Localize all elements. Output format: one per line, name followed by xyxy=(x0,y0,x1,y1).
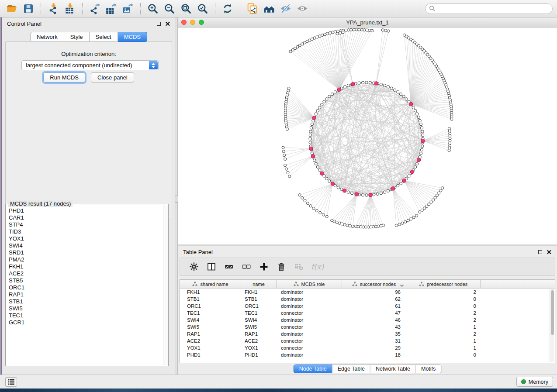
function-builder-button[interactable]: f(x) xyxy=(311,262,324,271)
column-header-name[interactable]: name xyxy=(241,280,277,288)
hide-selected-button[interactable] xyxy=(277,1,294,16)
first-neighbors-icon xyxy=(263,3,275,14)
list-item[interactable]: SWI5 xyxy=(9,305,168,312)
control-panel-tabs: NetworkStyleSelectMCDS xyxy=(30,32,147,42)
zoom-selected-button[interactable] xyxy=(194,1,211,16)
list-item[interactable]: STB5 xyxy=(9,277,168,284)
float-panel-icon[interactable] xyxy=(157,22,161,26)
column-header-predecessor-nodes[interactable]: predecessor nodes xyxy=(406,280,481,288)
close-panel-icon[interactable]: ✕ xyxy=(546,250,552,254)
import-table-button[interactable] xyxy=(62,1,78,16)
sort-chevron-icon xyxy=(400,285,404,287)
trash-button[interactable] xyxy=(276,261,287,272)
export-network-icon xyxy=(89,3,100,14)
zoom-fit-button[interactable] xyxy=(178,1,194,16)
zoom-out-button[interactable] xyxy=(161,1,178,16)
deselect-all-button[interactable] xyxy=(241,261,252,272)
export-table-button[interactable] xyxy=(103,1,120,16)
columns-button[interactable] xyxy=(206,261,217,272)
tab-select[interactable]: Select xyxy=(90,32,118,42)
tab-network[interactable]: Network xyxy=(30,32,64,42)
optimization-criterion-select[interactable]: largest connected component (undirected) xyxy=(21,60,159,70)
column-namespace-icon xyxy=(192,282,197,286)
run-mcds-button[interactable]: Run MCDS xyxy=(43,72,85,83)
table-row[interactable]: ORC1 ORC1 dominator 61 0 xyxy=(180,303,555,309)
table-row[interactable]: STB1 STB1 dominator 62 0 xyxy=(180,296,555,303)
save-button[interactable] xyxy=(20,1,37,16)
import-network-button[interactable] xyxy=(45,1,62,16)
search-input[interactable] xyxy=(436,5,549,12)
list-item[interactable]: GCR1 xyxy=(9,319,168,326)
list-item[interactable]: SRD1 xyxy=(9,249,168,256)
table-row[interactable]: YOX1 YOX1 connector 29 1 xyxy=(180,344,555,351)
list-item[interactable]: PHD1 xyxy=(9,207,168,214)
refresh-button[interactable] xyxy=(219,1,236,16)
list-item[interactable]: PMA2 xyxy=(9,256,168,263)
tab-edge-table[interactable]: Edge Table xyxy=(332,364,370,373)
tab-network-table[interactable]: Network Table xyxy=(370,364,416,373)
list-item[interactable]: FKH1 xyxy=(9,263,168,270)
column-header-successor-nodes[interactable]: successor nodes xyxy=(342,280,406,288)
control-panel: Control Panel ✕ NetworkStyleSelectMCDS O… xyxy=(2,17,176,375)
gear-icon xyxy=(189,262,199,272)
list-item[interactable]: CAR1 xyxy=(9,214,168,221)
export-network-button[interactable] xyxy=(86,1,103,16)
list-item[interactable]: ORC1 xyxy=(9,284,168,291)
search-field[interactable] xyxy=(425,3,553,14)
select-all-button[interactable] xyxy=(224,261,234,272)
toolbar-separator xyxy=(41,3,41,14)
list-item[interactable]: SWI4 xyxy=(9,242,168,249)
tab-motifs[interactable]: Motifs xyxy=(416,364,441,373)
delete-column-icon xyxy=(294,262,304,272)
memory-button[interactable]: Memory xyxy=(516,377,553,387)
zoom-in-button[interactable] xyxy=(145,1,161,16)
close-panel-button[interactable]: Close panel xyxy=(91,72,134,83)
export-image-button[interactable] xyxy=(120,1,136,16)
close-panel-icon[interactable]: ✕ xyxy=(165,22,170,26)
open-button[interactable] xyxy=(3,1,20,16)
duplicate-network-button[interactable] xyxy=(244,1,261,16)
list-item[interactable]: STP4 xyxy=(9,221,168,228)
show-panels-button[interactable] xyxy=(5,377,17,387)
column-namespace-icon xyxy=(419,282,424,286)
toolbar-buttons xyxy=(3,1,311,16)
columns-icon xyxy=(207,262,216,272)
table-row[interactable]: ACE2 ACE2 connector 31 1 xyxy=(180,337,555,344)
table-panel-header: Table Panel ✕ xyxy=(178,246,557,258)
show-all-button[interactable] xyxy=(294,1,311,16)
optimization-criterion-label: Optimization criterion: xyxy=(6,51,172,57)
table-row[interactable]: TEC1 TEC1 connector 47 2 xyxy=(180,309,555,316)
column-header-shared-name[interactable]: shared name xyxy=(180,280,241,288)
column-header-filler xyxy=(481,280,555,288)
control-panel-header: Control Panel ✕ xyxy=(2,17,176,30)
list-item[interactable]: TEC1 xyxy=(9,312,168,319)
control-panel-title: Control Panel xyxy=(7,21,42,27)
tab-mcds[interactable]: MCDS xyxy=(118,32,147,42)
list-item[interactable]: TID3 xyxy=(9,228,168,235)
table-row[interactable]: PHD1 PHD1 dominator 18 0 xyxy=(180,351,555,358)
table-row[interactable]: SWI4 SWI4 dominator 46 2 xyxy=(180,316,555,323)
add-button[interactable] xyxy=(259,261,269,272)
delete-column-button[interactable] xyxy=(294,261,304,272)
list-item[interactable]: YOX1 xyxy=(9,235,168,242)
table-row[interactable]: FKH1 FKH1 dominator 96 2 xyxy=(180,289,555,296)
float-panel-icon[interactable] xyxy=(538,250,542,254)
select-all-icon xyxy=(224,262,234,272)
table-row[interactable]: RAP1 RAP1 dominator 35 2 xyxy=(180,330,555,337)
zoom-fit-icon xyxy=(180,3,192,14)
list-item[interactable]: ACE2 xyxy=(9,270,168,277)
mcds-result-box: MCDS result (17 nodes) PHD1CAR1STP4TID3Y… xyxy=(5,204,169,366)
scrollbar-thumb[interactable] xyxy=(551,290,554,335)
tab-node-table[interactable]: Node Table xyxy=(294,364,332,373)
scrollbar[interactable] xyxy=(550,289,554,362)
list-item[interactable]: RAP1 xyxy=(9,291,168,298)
scrollbar[interactable] xyxy=(163,205,168,365)
tab-style[interactable]: Style xyxy=(64,32,90,42)
column-header-MCDS-role[interactable]: MCDS role xyxy=(277,280,342,288)
gear-button[interactable] xyxy=(189,261,199,272)
network-view-window: YPA_prune.txt_1 xyxy=(178,17,557,244)
first-neighbors-button[interactable] xyxy=(261,1,277,16)
list-item[interactable]: STB1 xyxy=(9,298,168,305)
network-canvas[interactable] xyxy=(178,28,557,244)
table-row[interactable]: SWI5 SWI5 connector 43 1 xyxy=(180,323,555,330)
